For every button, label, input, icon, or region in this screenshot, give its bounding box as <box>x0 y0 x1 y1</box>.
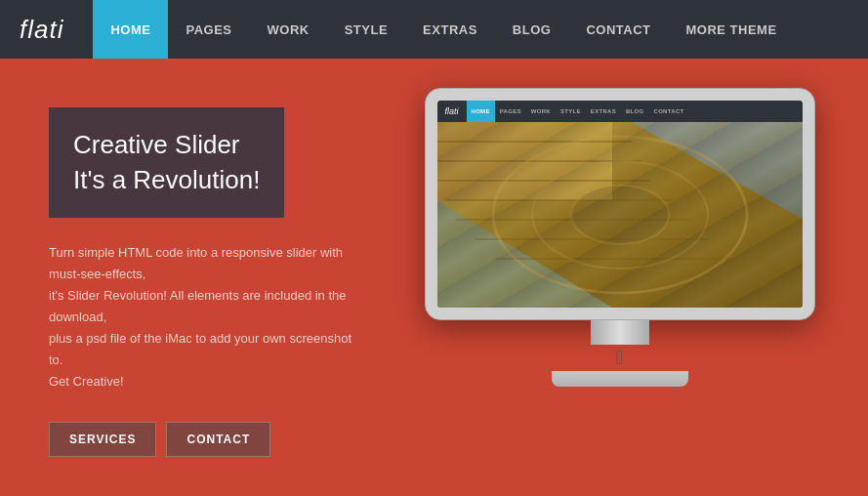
hero-content: Creative Slider It's a Revolution! Turn … <box>49 98 420 457</box>
nav-item-extras[interactable]: EXTRAS <box>405 0 495 59</box>
monitor-brand: flati <box>445 106 459 116</box>
hero-title: Creative Slider It's a Revolution! <box>73 127 260 198</box>
stair-overlay <box>437 122 803 308</box>
monitor-nav-style: STYLE <box>556 101 586 122</box>
apple-logo-icon:  <box>425 347 815 369</box>
monitor-nav-extras: EXTRAS <box>586 101 621 122</box>
navbar: flati HOME PAGES WORK STYLE EXTRAS BLOG … <box>0 0 868 59</box>
nav-link-pages[interactable]: PAGES <box>168 0 249 59</box>
monitor-nav-blog: BLOG <box>621 101 649 122</box>
nav-item-home[interactable]: HOME <box>93 0 168 59</box>
nav-link-work[interactable]: WORK <box>250 0 327 59</box>
monitor-screen: flati HOME PAGES WORK STYLE EXTRAS BLOG … <box>437 101 803 308</box>
monitor-stand-base <box>552 371 688 387</box>
nav-link-more-theme[interactable]: MORE THEME <box>669 0 795 59</box>
monitor-outer: flati HOME PAGES WORK STYLE EXTRAS BLOG … <box>425 88 815 320</box>
hero-monitor: flati HOME PAGES WORK STYLE EXTRAS BLOG … <box>420 98 819 457</box>
services-button[interactable]: SERVICES <box>49 422 156 457</box>
monitor-image <box>437 122 803 308</box>
nav-link-contact[interactable]: CONTACT <box>568 0 668 59</box>
nav-item-style[interactable]: STYLE <box>327 0 405 59</box>
nav-item-contact[interactable]: CONTACT <box>568 0 668 59</box>
monitor-stand-neck <box>591 320 649 345</box>
monitor-wrapper: flati HOME PAGES WORK STYLE EXTRAS BLOG … <box>425 88 815 387</box>
contact-button[interactable]: CONTACT <box>166 422 270 457</box>
nav-link-blog[interactable]: BLOG <box>495 0 569 59</box>
monitor-nav-home: HOME <box>467 101 495 122</box>
monitor-nav-pages: PAGES <box>495 101 526 122</box>
nav-item-pages[interactable]: PAGES <box>168 0 249 59</box>
monitor-nav-items: HOME PAGES WORK STYLE EXTRAS BLOG CONTAC… <box>467 101 689 122</box>
monitor-mini-nav: flati HOME PAGES WORK STYLE EXTRAS BLOG … <box>437 101 803 122</box>
nav-link-home[interactable]: HOME <box>93 0 168 59</box>
brand-logo: flati <box>20 15 63 45</box>
hero-section: Creative Slider It's a Revolution! Turn … <box>0 59 868 496</box>
hero-title-box: Creative Slider It's a Revolution! <box>49 107 284 218</box>
nav-link-extras[interactable]: EXTRAS <box>405 0 495 59</box>
monitor-nav-work: WORK <box>526 101 556 122</box>
nav-item-blog[interactable]: BLOG <box>495 0 569 59</box>
hero-description: Turn simple HTML code into a responsive … <box>49 242 361 393</box>
hero-buttons: SERVICES CONTACT <box>49 422 420 457</box>
nav-item-more-theme[interactable]: MORE THEME <box>669 0 795 59</box>
nav-link-style[interactable]: STYLE <box>327 0 405 59</box>
nav-menu: HOME PAGES WORK STYLE EXTRAS BLOG CONTAC… <box>93 0 794 59</box>
nav-item-work[interactable]: WORK <box>250 0 327 59</box>
monitor-nav-contact: CONTACT <box>649 101 689 122</box>
